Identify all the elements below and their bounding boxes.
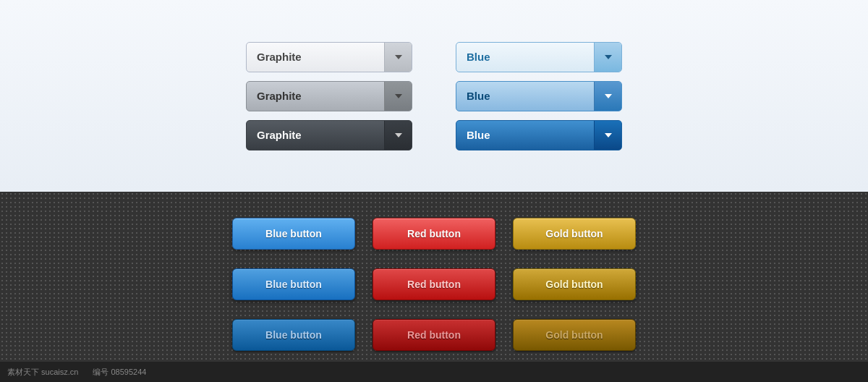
graphite-dropdown-light[interactable]: Graphite bbox=[246, 42, 412, 72]
blue-dark-label: Blue bbox=[456, 129, 594, 141]
blue-light-arrow bbox=[594, 43, 621, 72]
blue-dropdown-medium[interactable]: Blue bbox=[456, 81, 622, 111]
red-button-2[interactable]: Red button bbox=[373, 268, 495, 300]
chevron-down-icon bbox=[605, 133, 612, 137]
blue-medium-label: Blue bbox=[456, 90, 594, 102]
blue-dark-arrow bbox=[594, 121, 621, 150]
watermark-site: 素材天下 sucaisz.cn bbox=[7, 367, 78, 378]
graphite-light-label: Graphite bbox=[247, 51, 384, 63]
chevron-down-icon bbox=[605, 94, 612, 98]
blue-button-1[interactable]: Blue button bbox=[232, 218, 355, 250]
graphite-dropdown-medium[interactable]: Graphite bbox=[246, 81, 412, 111]
blue-button-3[interactable]: Blue button bbox=[232, 319, 355, 351]
gold-button-2[interactable]: Gold button bbox=[513, 268, 636, 300]
graphite-dark-arrow bbox=[384, 121, 412, 150]
blue-dropdown-light[interactable]: Blue bbox=[456, 42, 622, 72]
watermark-code: 编号 08595244 bbox=[93, 367, 146, 378]
blue-dropdown-dark[interactable]: Blue bbox=[456, 120, 622, 150]
blue-light-label: Blue bbox=[456, 51, 594, 63]
red-button-1[interactable]: Red button bbox=[373, 218, 495, 250]
red-button-3[interactable]: Red button bbox=[373, 319, 495, 351]
button-grid: Blue button Red button Gold button Blue … bbox=[232, 218, 636, 357]
blue-medium-arrow bbox=[594, 82, 621, 111]
chevron-down-icon bbox=[605, 55, 612, 59]
gold-button-1[interactable]: Gold button bbox=[513, 218, 636, 250]
blue-dropdown-group: Blue Blue Blue bbox=[456, 42, 622, 150]
top-section: Graphite Graphite Graphite Blue bbox=[0, 0, 868, 192]
graphite-dark-label: Graphite bbox=[247, 129, 384, 141]
gold-button-3[interactable]: Gold button bbox=[513, 319, 636, 351]
chevron-down-icon bbox=[395, 94, 402, 98]
graphite-medium-label: Graphite bbox=[247, 90, 384, 102]
graphite-light-arrow bbox=[384, 43, 412, 72]
chevron-down-icon bbox=[395, 55, 402, 59]
graphite-dropdown-dark[interactable]: Graphite bbox=[246, 120, 412, 150]
blue-button-2[interactable]: Blue button bbox=[232, 268, 355, 300]
bottom-section: Blue button Red button Gold button Blue … bbox=[0, 192, 868, 382]
graphite-medium-arrow bbox=[384, 82, 412, 111]
graphite-dropdown-group: Graphite Graphite Graphite bbox=[246, 42, 412, 150]
chevron-down-icon bbox=[395, 133, 402, 137]
watermark-bar: 素材天下 sucaisz.cn 编号 08595244 bbox=[0, 362, 868, 382]
